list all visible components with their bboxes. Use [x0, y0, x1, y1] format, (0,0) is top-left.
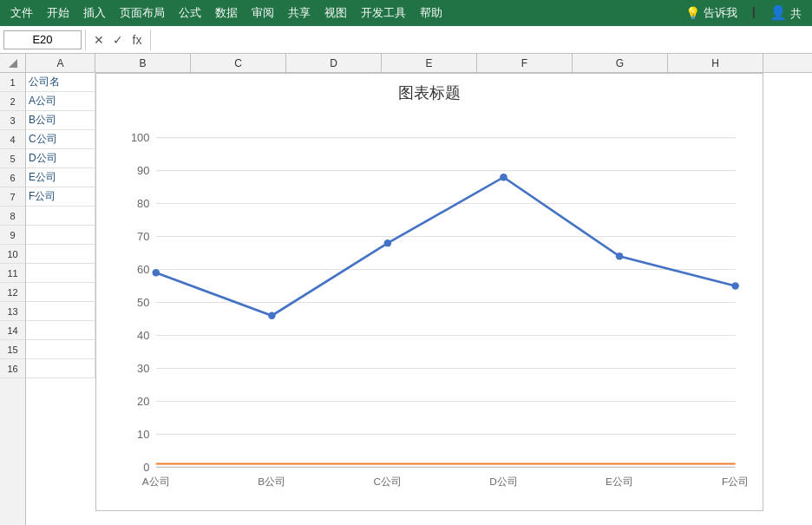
formula-input[interactable]	[154, 33, 809, 46]
row-num-12[interactable]: 12	[0, 283, 25, 302]
row-num-3[interactable]: 3	[0, 111, 25, 130]
menu-home[interactable]: 开始	[40, 2, 76, 24]
row-num-15[interactable]: 15	[0, 340, 25, 359]
chart-overlay[interactable]: 图表标题	[95, 73, 763, 511]
chart-series1-line	[156, 177, 736, 315]
formula-bar: ✕ ✓ fx	[0, 26, 812, 54]
svg-text:80: 80	[137, 197, 149, 210]
menu-user[interactable]: 👤 共	[763, 1, 809, 25]
row-num-11[interactable]: 11	[0, 264, 25, 283]
row-num-4[interactable]: 4	[0, 130, 25, 149]
col-header-d[interactable]: D	[286, 54, 382, 72]
menu-developer[interactable]: 开发工具	[354, 2, 413, 24]
col-header-h[interactable]: H	[668, 54, 763, 72]
rows-area: 1 2 3 4 5 6 7 8 9 10 11 12 13 14 15 16 公…	[0, 73, 812, 525]
col-header-f[interactable]: F	[477, 54, 573, 72]
svg-text:E公司: E公司	[606, 476, 633, 488]
cell-reference-box[interactable]	[3, 30, 82, 49]
svg-marker-0	[9, 59, 17, 68]
row-num-10[interactable]: 10	[0, 245, 25, 264]
svg-text:60: 60	[137, 263, 149, 276]
column-headers: A B C D E F G H	[0, 54, 812, 73]
formula-divider2	[150, 30, 151, 50]
menu-layout[interactable]: 页面布局	[113, 2, 172, 24]
svg-text:C公司: C公司	[374, 476, 403, 488]
menu-insert[interactable]: 插入	[76, 2, 113, 24]
col-header-a[interactable]: A	[26, 54, 95, 72]
menu-review[interactable]: 审阅	[245, 2, 281, 24]
menu-share-user: 共	[790, 7, 802, 20]
chart-point	[731, 282, 739, 289]
cell-a2[interactable]: A公司	[26, 92, 95, 111]
svg-text:70: 70	[137, 230, 149, 243]
svg-text:D公司: D公司	[489, 476, 518, 488]
fx-button[interactable]: fx	[128, 30, 147, 49]
col-header-b[interactable]: B	[95, 54, 191, 72]
svg-text:10: 10	[137, 428, 149, 441]
row-num-16[interactable]: 16	[0, 359, 25, 378]
menu-file[interactable]: 文件	[3, 2, 40, 24]
chart-area: 100 90 80 70 60 50 40 30 20 10 0	[105, 110, 754, 495]
row-num-1[interactable]: 1	[0, 73, 25, 92]
row-num-5[interactable]: 5	[0, 149, 25, 168]
menu-formula[interactable]: 公式	[172, 2, 208, 24]
col-header-g[interactable]: G	[573, 54, 668, 72]
cell-a1[interactable]: 公司名	[26, 73, 95, 92]
svg-text:F公司: F公司	[722, 476, 749, 488]
corner-header	[0, 54, 26, 72]
svg-text:100: 100	[131, 131, 149, 144]
chart-title: 图表标题	[105, 82, 754, 103]
col-header-e[interactable]: E	[382, 54, 477, 72]
cell-a4[interactable]: C公司	[26, 130, 95, 149]
user-icon: 👤	[769, 5, 787, 20]
row-num-7[interactable]: 7	[0, 187, 25, 207]
svg-text:30: 30	[137, 362, 149, 375]
svg-text:90: 90	[137, 164, 149, 177]
chart-svg: 100 90 80 70 60 50 40 30 20 10 0	[105, 110, 754, 495]
row-numbers: 1 2 3 4 5 6 7 8 9 10 11 12 13 14 15 16	[0, 73, 26, 525]
row-num-8[interactable]: 8	[0, 207, 25, 226]
svg-text:20: 20	[137, 395, 149, 408]
menu-bar: 文件 开始 插入 页面布局 公式 数据 审阅 共享 视图 开发工具 帮助 💡 告…	[0, 0, 812, 26]
lightbulb-icon: 💡	[685, 6, 700, 20]
row-num-9[interactable]: 9	[0, 226, 25, 245]
sheet-container: A B C D E F G H 1 2 3 4 5 6 7 8 9 10 11 …	[0, 54, 812, 525]
chart-point	[500, 174, 508, 180]
row-num-13[interactable]: 13	[0, 302, 25, 321]
cell-a3[interactable]: B公司	[26, 111, 95, 130]
confirm-button[interactable]: ✓	[108, 30, 128, 49]
tell-me-box[interactable]: 💡 告诉我	[678, 3, 744, 23]
cell-a6[interactable]: E公司	[26, 168, 95, 187]
cell-a8[interactable]	[26, 207, 95, 226]
menu-help[interactable]: 帮助	[413, 2, 449, 24]
chart-point	[384, 240, 392, 246]
chart-point	[152, 269, 160, 276]
row-num-6[interactable]: 6	[0, 168, 25, 187]
row-num-2[interactable]: 2	[0, 92, 25, 111]
cells-and-chart: 公司名 A公司 B公司 C公司 D公司 E公司 F公司	[26, 73, 812, 525]
menu-share[interactable]: 共享	[281, 2, 318, 24]
cell-a7[interactable]: F公司	[26, 187, 95, 207]
menu-view[interactable]: 视图	[318, 2, 354, 24]
svg-text:B公司: B公司	[258, 476, 285, 488]
svg-text:40: 40	[137, 329, 149, 342]
tell-me-label: 告诉我	[704, 5, 737, 21]
menu-data[interactable]: 数据	[208, 2, 245, 24]
svg-text:0: 0	[143, 461, 149, 474]
row-num-14[interactable]: 14	[0, 321, 25, 340]
formula-divider	[85, 30, 86, 50]
chart-point	[268, 312, 276, 318]
svg-text:50: 50	[137, 296, 149, 309]
cell-a5[interactable]: D公司	[26, 149, 95, 168]
cancel-button[interactable]: ✕	[89, 30, 108, 49]
cursor-indicator: I	[744, 4, 763, 23]
col-header-c[interactable]: C	[191, 54, 286, 72]
svg-text:A公司: A公司	[142, 476, 170, 488]
chart-point	[616, 253, 624, 259]
